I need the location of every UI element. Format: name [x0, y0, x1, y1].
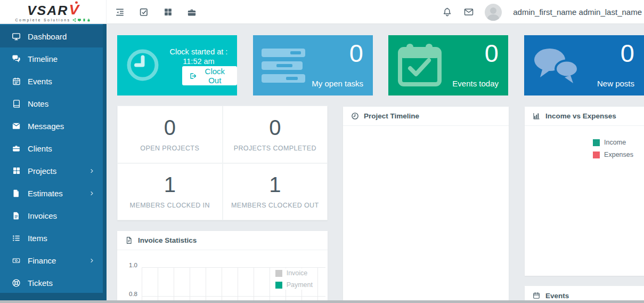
chevron-right-icon [89, 258, 94, 263]
income-legend-swatch [593, 139, 600, 146]
file-text-icon [12, 211, 21, 220]
y-axis-tick: 0.8 [125, 291, 137, 297]
sidebar-item-label: Estimates [28, 189, 63, 198]
brand-badge-icons [72, 18, 91, 22]
grid-icon[interactable] [163, 7, 173, 17]
brand-name-accent: V [69, 3, 79, 17]
open-tasks-card[interactable]: 0 My open tasks [253, 35, 373, 95]
invoice-statistics-panel: Invoice Statistics 1.0 0.8 Invoice Payme… [117, 231, 328, 300]
sidebar-item-label: Finance [28, 256, 56, 265]
sidebar-item-label: Items [28, 234, 47, 243]
stat-value: 0 [269, 117, 281, 138]
sidebar-item-label: Dashboard [28, 32, 67, 41]
brand-accent-dot [75, 1, 78, 4]
sidebar-item-tickets[interactable]: Tickets [0, 272, 103, 294]
file-icon [12, 189, 21, 198]
income-vs-expenses-panel: Income vs Expenses Income Expenses [525, 107, 644, 276]
open-tasks-count: 0 [349, 39, 363, 67]
income-expenses-legend: Income Expenses [593, 139, 633, 158]
briefcase-icon[interactable] [187, 7, 197, 17]
y-axis-tick: 1.0 [125, 262, 137, 268]
list-icon [12, 234, 21, 243]
clock-out-button[interactable]: Clock Out [182, 66, 237, 85]
user-avatar[interactable] [485, 4, 502, 21]
sidebar-item-messages[interactable]: Messages [0, 115, 103, 137]
top-header: VSAR V Complete Solutions [0, 0, 644, 24]
panel-title: Invoice Statistics [138, 236, 197, 244]
stat-label: OPEN PROJECTS [140, 145, 199, 152]
panel-title: Income vs Expenses [545, 112, 616, 120]
invoice-chart-legend: Invoice Payment [272, 268, 313, 290]
sidebar-item-projects[interactable]: Projects [0, 160, 103, 182]
stat-label: PROJECTS COMPLETED [234, 145, 316, 152]
sidebar-item-finance[interactable]: Finance [0, 249, 103, 272]
sidebar-item-invoices[interactable]: Invoices [0, 204, 103, 227]
stat-value: 0 [164, 117, 176, 138]
legend-item: Income [593, 139, 633, 146]
sidebar: Dashboard Timeline Events Notes Messages… [0, 24, 107, 303]
sidebar-next-item-partial [0, 293, 103, 300]
book-icon [12, 99, 21, 108]
file-text-icon [125, 236, 133, 244]
sidebar-item-label: Invoices [28, 211, 57, 220]
events-today-count: 0 [485, 39, 499, 67]
income-vs-expenses-header: Income vs Expenses [525, 107, 644, 126]
horizontal-scrollbar[interactable] [0, 300, 644, 303]
sidebar-item-events[interactable]: Events [0, 70, 103, 92]
sidebar-item-dashboard[interactable]: Dashboard [0, 25, 103, 47]
lock-icon [87, 18, 91, 22]
sidebar-item-label: Tickets [28, 278, 53, 288]
comments-icon [12, 54, 21, 63]
calendar-check-icon [398, 44, 443, 87]
stat-value: 1 [164, 174, 176, 195]
stat-value: 1 [269, 174, 281, 195]
sidebar-item-label: Notes [28, 99, 48, 108]
new-posts-count: 0 [621, 39, 634, 67]
stat-members-clocked-in[interactable]: 1 MEMBERS CLOCKED IN [117, 163, 223, 221]
desktop-icon [12, 32, 21, 41]
events-today-label: Events today [452, 79, 499, 88]
new-posts-card[interactable]: 0 New posts [524, 35, 644, 95]
brand-logo-text: VSAR V [27, 3, 79, 18]
sidebar-item-label: Messages [28, 122, 64, 131]
calendar-icon [533, 292, 541, 300]
clock-icon [351, 112, 359, 120]
user-name[interactable]: admin_first_name admin_last_name [513, 7, 642, 17]
collapse-menu-icon[interactable] [115, 7, 125, 17]
brand-tagline: Complete Solutions [15, 18, 71, 22]
sign-out-icon [190, 72, 197, 80]
avatar-body [487, 14, 499, 21]
stat-projects-completed[interactable]: 0 PROJECTS COMPLETED [223, 106, 328, 163]
header-nav-icons [112, 0, 197, 24]
calendar-icon [12, 77, 21, 86]
sidebar-item-items[interactable]: Items [0, 227, 103, 249]
avatar-head [490, 7, 496, 14]
clock-out-label: Clock Out [200, 67, 230, 85]
clock-started-text: Clock started at : 11:52 am [164, 47, 233, 66]
sidebar-item-timeline[interactable]: Timeline [0, 47, 103, 70]
check-square-icon[interactable] [139, 7, 149, 17]
envelope-icon[interactable] [463, 7, 474, 17]
stat-open-projects[interactable]: 0 OPEN PROJECTS [117, 106, 223, 163]
stat-label: MEMBERS CLOCKED IN [130, 202, 210, 209]
sidebar-item-clients[interactable]: Clients [0, 137, 103, 160]
mobile-icon [83, 18, 86, 22]
events-today-card[interactable]: 0 Events today [388, 35, 508, 95]
sidebar-scrollbar[interactable] [103, 24, 107, 303]
project-timeline-header: Project Timeline [343, 107, 509, 126]
stat-members-clocked-out[interactable]: 1 MEMBERS CLOCKED OUT [223, 163, 328, 221]
sidebar-item-notes[interactable]: Notes [0, 92, 103, 115]
brand-tagline-row: Complete Solutions [15, 18, 91, 22]
brand-name-main: VSAR [27, 5, 68, 17]
events-panel: Events [525, 286, 644, 300]
panel-title: Project Timeline [364, 112, 419, 120]
legend-item: Invoice [275, 269, 313, 277]
brand-logo[interactable]: VSAR V Complete Solutions [0, 0, 107, 24]
money-icon [12, 256, 21, 265]
sidebar-item-estimates[interactable]: Estimates [0, 182, 103, 204]
expenses-legend-swatch [593, 152, 600, 158]
payment-legend-swatch [275, 282, 282, 289]
bell-icon[interactable] [442, 7, 452, 17]
sidebar-item-label: Timeline [28, 54, 58, 63]
invoice-legend-swatch [275, 270, 282, 277]
